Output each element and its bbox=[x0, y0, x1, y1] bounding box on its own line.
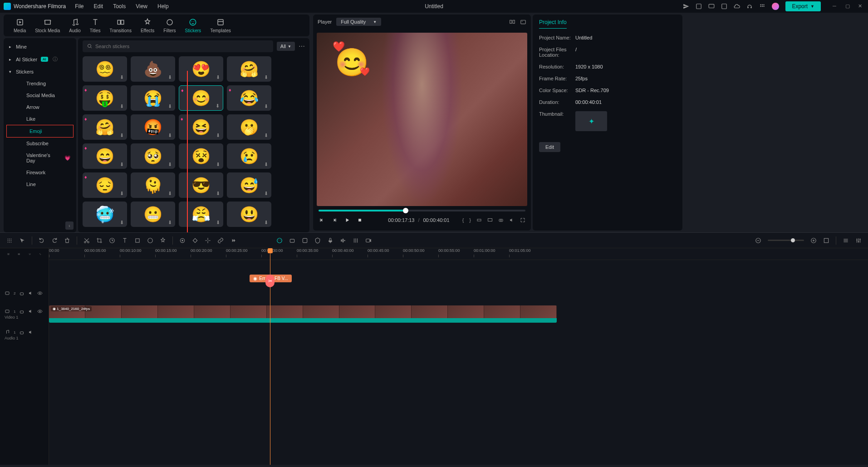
sticker-item[interactable]: 🤗♦⬇ bbox=[83, 114, 127, 140]
download-icon[interactable]: ⬇ bbox=[216, 191, 221, 196]
tab-media[interactable]: Media bbox=[9, 18, 30, 33]
mixer-icon[interactable] bbox=[353, 237, 359, 244]
track-control-video2[interactable]: 2 bbox=[0, 283, 49, 304]
sticker-item[interactable]: 😂♦⬇ bbox=[227, 85, 271, 111]
sidebar-line[interactable]: Line bbox=[4, 178, 76, 190]
link-track-icon[interactable] bbox=[39, 251, 41, 257]
download-icon[interactable]: ⬇ bbox=[264, 220, 270, 225]
download-icon[interactable]: ⬇ bbox=[216, 103, 221, 108]
sidebar-subscribe[interactable]: Subscribe bbox=[4, 138, 76, 149]
download-icon[interactable]: ⬇ bbox=[168, 133, 173, 138]
effect-icon[interactable] bbox=[160, 237, 166, 244]
quality-select[interactable]: Full Quality▼ bbox=[336, 18, 381, 26]
download-icon[interactable]: ⬇ bbox=[168, 162, 173, 167]
sidebar-social-media[interactable]: Social Media bbox=[4, 89, 76, 101]
sticker-item[interactable]: 😎⬇ bbox=[179, 172, 223, 198]
tab-transitions[interactable]: Transitions bbox=[105, 18, 136, 33]
minimize-icon[interactable]: ─ bbox=[833, 3, 839, 10]
track-options-icon[interactable] bbox=[18, 251, 20, 257]
crop-icon[interactable] bbox=[96, 237, 103, 244]
download-icon[interactable]: ⬇ bbox=[168, 74, 173, 80]
shield-icon[interactable] bbox=[314, 237, 321, 244]
download-icon[interactable]: ⬇ bbox=[264, 133, 270, 138]
sidebar-valentines[interactable]: Valentine's Day💗 bbox=[4, 149, 76, 167]
cut-icon[interactable] bbox=[83, 237, 90, 244]
sticker-item[interactable]: 🥺⬇ bbox=[131, 143, 175, 169]
menu-file[interactable]: File bbox=[75, 3, 83, 10]
maximize-icon[interactable]: ▢ bbox=[845, 3, 852, 10]
user-avatar-icon[interactable] bbox=[772, 3, 779, 10]
download-icon[interactable]: ⬇ bbox=[120, 103, 125, 109]
grid-icon[interactable] bbox=[759, 3, 765, 10]
tab-stock-media[interactable]: Stock Media bbox=[30, 18, 64, 33]
zoom-in-icon[interactable] bbox=[810, 237, 817, 244]
download-icon[interactable]: ⬇ bbox=[120, 74, 125, 80]
preview-viewport[interactable]: ❤️ 😊 ❤️ bbox=[317, 33, 527, 206]
volume-icon[interactable] bbox=[509, 217, 515, 223]
compare-icon[interactable] bbox=[509, 19, 515, 25]
clip-icon[interactable] bbox=[476, 217, 482, 223]
close-icon[interactable]: ✕ bbox=[858, 3, 864, 10]
zoom-slider[interactable] bbox=[768, 240, 804, 241]
sticker-item[interactable]: 😄♦⬇ bbox=[83, 143, 127, 169]
mic-icon[interactable] bbox=[327, 237, 333, 244]
tab-stickers[interactable]: Stickers bbox=[181, 18, 206, 33]
delete-icon[interactable] bbox=[64, 237, 70, 244]
fullscreen-icon[interactable] bbox=[520, 217, 525, 223]
layout-icon[interactable] bbox=[696, 3, 702, 10]
sticker-item[interactable]: 🤬⬇ bbox=[131, 114, 175, 140]
play-icon[interactable] bbox=[344, 217, 350, 223]
link-icon[interactable] bbox=[217, 237, 224, 244]
sticker-item[interactable]: 😵‍💫⬇ bbox=[83, 56, 127, 82]
sticker-item[interactable]: 😍⬇ bbox=[179, 56, 223, 82]
more-options-icon[interactable]: ⋯ bbox=[299, 43, 305, 50]
zoom-out-icon[interactable] bbox=[755, 237, 761, 244]
sidebar-trending[interactable]: Trending bbox=[4, 78, 76, 89]
fit-icon[interactable] bbox=[823, 237, 829, 244]
scrubber[interactable] bbox=[319, 210, 525, 211]
sticker-item[interactable]: 😬⬇ bbox=[131, 202, 175, 227]
headphones-icon[interactable] bbox=[746, 3, 753, 10]
sticker-item[interactable]: 😭⬇ bbox=[131, 85, 175, 111]
text-icon[interactable] bbox=[122, 237, 128, 244]
track-video2[interactable]: ◉Err ojis FB V... bbox=[49, 283, 868, 304]
collapse-sidebar-icon[interactable]: ‹ bbox=[65, 221, 74, 230]
prev-frame-icon[interactable] bbox=[319, 217, 325, 223]
download-icon[interactable]: ⬇ bbox=[168, 103, 173, 109]
smile-tool-icon[interactable] bbox=[276, 237, 283, 244]
select-tool-icon[interactable] bbox=[19, 237, 25, 244]
sidebar-arrow[interactable]: Arrow bbox=[4, 101, 76, 113]
filter-all-button[interactable]: All▼ bbox=[277, 42, 295, 51]
sticker-item[interactable]: 💩⬇ bbox=[131, 56, 175, 82]
download-icon[interactable]: ⬇ bbox=[264, 74, 270, 80]
tab-templates[interactable]: Templates bbox=[206, 18, 235, 33]
mark-out-icon[interactable]: } bbox=[469, 217, 471, 223]
menu-help[interactable]: Help bbox=[157, 3, 169, 10]
mark-in-icon[interactable]: { bbox=[462, 217, 464, 223]
redo-icon[interactable] bbox=[51, 237, 58, 244]
download-icon[interactable]: ⬇ bbox=[216, 220, 221, 225]
sidebar-emoji[interactable]: Emoji bbox=[6, 125, 74, 138]
marker-icon[interactable] bbox=[179, 237, 186, 244]
grid-tool-icon[interactable] bbox=[6, 237, 13, 244]
mask-tool-icon[interactable] bbox=[302, 237, 308, 244]
sticker-item[interactable]: 🫠⬇ bbox=[131, 172, 175, 198]
sidebar-stickers[interactable]: ▾Stickers bbox=[4, 66, 76, 78]
sticker-item[interactable]: 😆♦⬇ bbox=[179, 114, 223, 140]
cloud-icon[interactable] bbox=[734, 3, 740, 10]
sticker-item[interactable]: 🥶⬇ bbox=[83, 202, 127, 227]
download-icon[interactable]: ⬇ bbox=[264, 162, 270, 167]
download-icon[interactable]: ⬇ bbox=[120, 133, 125, 138]
audio-tool-icon[interactable] bbox=[340, 237, 346, 244]
download-icon[interactable]: ⬇ bbox=[264, 191, 270, 196]
sidebar-like[interactable]: Like bbox=[4, 113, 76, 125]
menu-tools[interactable]: Tools bbox=[113, 3, 126, 10]
sticker-item[interactable]: 🤗⬇ bbox=[227, 56, 271, 82]
tab-effects[interactable]: Effects bbox=[136, 18, 159, 33]
camera-icon[interactable] bbox=[498, 217, 504, 223]
download-icon[interactable]: ⬇ bbox=[216, 133, 221, 138]
track-video1[interactable]: ◉ 1_3840_2160_24fps bbox=[49, 304, 868, 324]
sidebar-firework[interactable]: Firework bbox=[4, 167, 76, 178]
sticker-item[interactable]: 😊♦⬇ bbox=[179, 85, 223, 111]
export-button[interactable]: Export▼ bbox=[785, 1, 821, 11]
